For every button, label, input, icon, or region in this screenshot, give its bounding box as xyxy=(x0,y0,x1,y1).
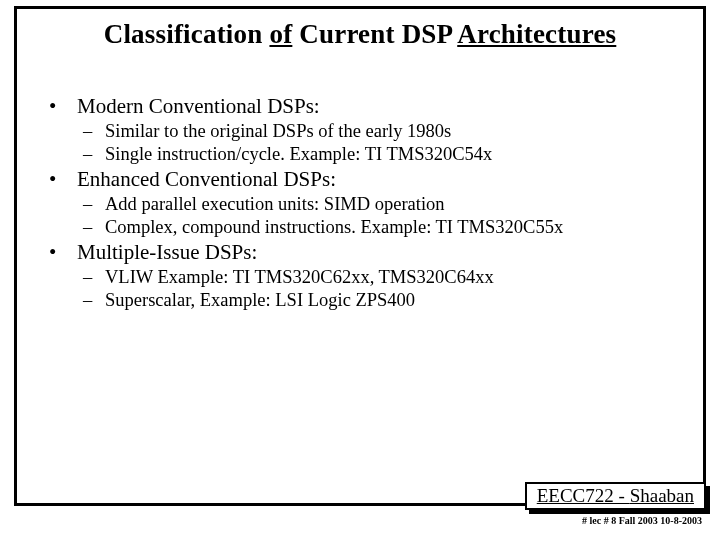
sub-3b: – Superscalar, Example: LSI Logic ZPS400 xyxy=(83,290,703,311)
dash-icon: – xyxy=(83,194,105,215)
sub-1b-text: Single instruction/cycle. Example: TI TM… xyxy=(105,144,492,165)
sub-3b-text: Superscalar, Example: LSI Logic ZPS400 xyxy=(105,290,415,311)
bullet-dot: • xyxy=(47,167,77,192)
bullet-1-text: Modern Conventional DSPs: xyxy=(77,94,320,119)
dash-icon: – xyxy=(83,121,105,142)
sub-3a-text: VLIW Example: TI TMS320C62xx, TMS320C64x… xyxy=(105,267,494,288)
footer-inner: EECC722 - Shaaban xyxy=(525,482,706,510)
dash-icon: – xyxy=(83,217,105,238)
footer-name: Shaaban xyxy=(630,485,694,506)
subfooter: # lec # 8 Fall 2003 10-8-2003 xyxy=(582,515,702,526)
sub-2a: – Add parallel execution units: SIMD ope… xyxy=(83,194,703,215)
bullet-1: • Modern Conventional DSPs: xyxy=(47,94,703,119)
title-mid: Current DSP xyxy=(292,19,457,49)
title-u1: of xyxy=(269,19,292,49)
footer-box: EECC722 - Shaaban xyxy=(525,482,706,510)
title-u2: Architectures xyxy=(457,19,616,49)
dash-icon: – xyxy=(83,267,105,288)
title-pre: Classification xyxy=(104,19,270,49)
bullet-2: • Enhanced Conventional DSPs: xyxy=(47,167,703,192)
sub-1a-text: Similar to the original DSPs of the earl… xyxy=(105,121,451,142)
sub-2a-text: Add parallel execution units: SIMD opera… xyxy=(105,194,445,215)
content: • Modern Conventional DSPs: – Similar to… xyxy=(17,94,703,311)
slide-border: Classification of Current DSP Architectu… xyxy=(14,6,706,506)
footer-course: EECC722 - xyxy=(537,485,630,506)
bullet-3: • Multiple-Issue DSPs: xyxy=(47,240,703,265)
sub-2b-text: Complex, compound instructions. Example:… xyxy=(105,217,563,238)
bullet-dot: • xyxy=(47,94,77,119)
dash-icon: – xyxy=(83,144,105,165)
sub-2b: – Complex, compound instructions. Exampl… xyxy=(83,217,703,238)
sub-1a: – Similar to the original DSPs of the ea… xyxy=(83,121,703,142)
bullet-2-text: Enhanced Conventional DSPs: xyxy=(77,167,336,192)
dash-icon: – xyxy=(83,290,105,311)
slide-title: Classification of Current DSP Architectu… xyxy=(17,19,703,50)
sub-1b: – Single instruction/cycle. Example: TI … xyxy=(83,144,703,165)
bullet-dot: • xyxy=(47,240,77,265)
bullet-3-text: Multiple-Issue DSPs: xyxy=(77,240,257,265)
sub-3a: – VLIW Example: TI TMS320C62xx, TMS320C6… xyxy=(83,267,703,288)
